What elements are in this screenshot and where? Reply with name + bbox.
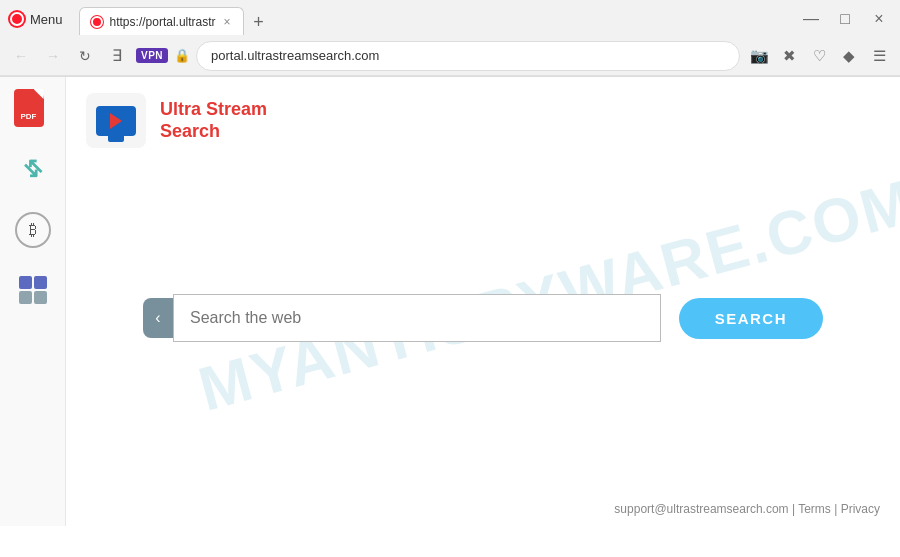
reload-button[interactable]: ↻ bbox=[72, 43, 98, 69]
search-button[interactable]: SEARCH bbox=[679, 298, 823, 339]
logo-icon-wrap bbox=[86, 93, 146, 148]
page-footer: support@ultrastreamsearch.com | Terms | … bbox=[66, 492, 900, 526]
footer-terms-link[interactable]: Terms bbox=[798, 502, 831, 516]
logo-line1: Ultra Stream bbox=[160, 99, 267, 121]
logo-line2: Search bbox=[160, 121, 267, 143]
maximize-button[interactable]: □ bbox=[832, 6, 858, 32]
lock-icon: 🔒 bbox=[174, 48, 190, 63]
sidebar-item-grid[interactable] bbox=[10, 267, 56, 313]
footer-sep2: | bbox=[831, 502, 841, 516]
tab-title: https://portal.ultrastr bbox=[110, 15, 216, 29]
footer-email-link[interactable]: support@ultrastreamsearch.com bbox=[614, 502, 788, 516]
shield-icon[interactable]: ✖ bbox=[776, 43, 802, 69]
grid-cell-1 bbox=[19, 276, 32, 289]
menu-label: Menu bbox=[30, 12, 63, 27]
search-input-wrap bbox=[173, 294, 661, 342]
url-highlight: ultrastreamsearch.com bbox=[247, 48, 379, 63]
sidebar: ⇵ ₿ bbox=[0, 77, 66, 526]
forward-button[interactable]: → bbox=[40, 43, 66, 69]
search-bar-wrap: ‹ SEARCH bbox=[143, 294, 823, 342]
logo-play-icon bbox=[110, 113, 122, 129]
nav-right-icons: 📷 ✖ ♡ ◆ ☰ bbox=[746, 43, 892, 69]
active-tab[interactable]: https://portal.ultrastr × bbox=[79, 7, 244, 35]
logo-text: Ultra Stream Search bbox=[160, 99, 267, 142]
opera-menu[interactable]: Menu bbox=[8, 10, 63, 28]
grid-cell-3 bbox=[19, 291, 32, 304]
logo-monitor-icon bbox=[96, 106, 136, 136]
vpn-badge[interactable]: VPN bbox=[136, 48, 168, 63]
tab-favicon-icon bbox=[90, 15, 104, 29]
tab-close-button[interactable]: × bbox=[222, 15, 233, 29]
heart-icon[interactable]: ♡ bbox=[806, 43, 832, 69]
grid-cell-4 bbox=[34, 291, 47, 304]
pdf-icon-fold bbox=[34, 89, 44, 99]
new-tab-button[interactable]: + bbox=[246, 9, 272, 35]
tab-bar: https://portal.ultrastr × + bbox=[71, 3, 782, 35]
minimize-button[interactable]: — bbox=[798, 6, 824, 32]
url-pre: portal. bbox=[211, 48, 247, 63]
pdf-icon-body bbox=[14, 89, 44, 127]
settings-icon[interactable]: ☰ bbox=[866, 43, 892, 69]
sidebar-item-bitcoin[interactable]: ₿ bbox=[10, 207, 56, 253]
opera-logo-icon bbox=[8, 10, 26, 28]
collapse-sidebar-button[interactable]: ‹ bbox=[143, 298, 173, 338]
search-input[interactable] bbox=[174, 295, 660, 341]
nav-bar: ← → ↻ ∃ VPN 🔒 portal.ultrastreamsearch.c… bbox=[0, 36, 900, 76]
grid-cell-2 bbox=[34, 276, 47, 289]
camera-icon[interactable]: 📷 bbox=[746, 43, 772, 69]
browser-chrome: Menu https://portal.ultrastr × + — □ × ←… bbox=[0, 0, 900, 77]
apps-button[interactable]: ∃ bbox=[104, 43, 130, 69]
pdf-icon bbox=[14, 89, 52, 131]
grid-icon bbox=[19, 276, 47, 304]
main-area: ⇵ ₿ MYANTISPYWARE.COM bbox=[0, 77, 900, 526]
arrows-icon: ⇵ bbox=[17, 154, 48, 185]
footer-privacy-link[interactable]: Privacy bbox=[841, 502, 880, 516]
extensions-icon[interactable]: ◆ bbox=[836, 43, 862, 69]
sidebar-item-pdf[interactable] bbox=[10, 87, 56, 133]
back-button[interactable]: ← bbox=[8, 43, 34, 69]
footer-sep1: | bbox=[789, 502, 799, 516]
title-bar: Menu https://portal.ultrastr × + — □ × bbox=[0, 0, 900, 36]
address-bar[interactable]: portal.ultrastreamsearch.com bbox=[196, 41, 740, 71]
content-area: MYANTISPYWARE.COM Ultra Stream Search ‹ … bbox=[66, 77, 900, 526]
sidebar-item-arrows[interactable]: ⇵ bbox=[10, 147, 56, 193]
bitcoin-icon: ₿ bbox=[15, 212, 51, 248]
search-section: ‹ SEARCH bbox=[66, 144, 900, 492]
close-button[interactable]: × bbox=[866, 6, 892, 32]
